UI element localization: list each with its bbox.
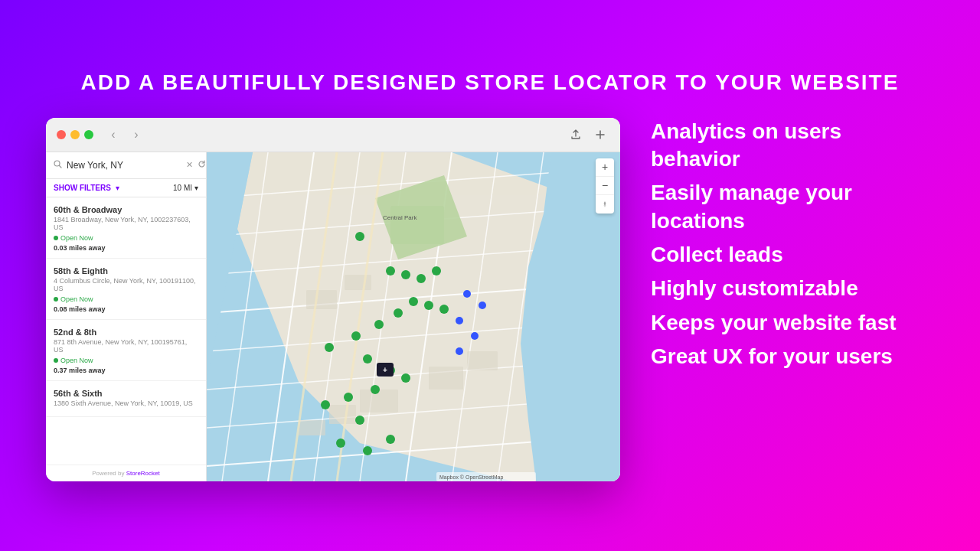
- browser-nav: ‹ ›: [104, 126, 145, 144]
- list-item[interactable]: 58th & Eighth 4 Columbus Circle, New Yor…: [46, 259, 206, 320]
- svg-point-55: [479, 302, 486, 309]
- list-item[interactable]: 52nd & 8th 871 8th Avenue, New York, NY,…: [46, 320, 206, 381]
- content-area: ‹ ›: [46, 118, 934, 481]
- svg-text:Central Park: Central Park: [383, 214, 417, 221]
- svg-point-53: [386, 435, 395, 444]
- share-icon[interactable]: [567, 126, 585, 144]
- svg-point-34: [401, 270, 410, 279]
- back-arrow[interactable]: ‹: [104, 126, 122, 144]
- feature-fast: Keeps your website fast: [651, 309, 934, 337]
- filter-label: SHOW FILTERS: [54, 184, 111, 192]
- svg-point-52: [363, 446, 372, 455]
- location-name: 52nd & 8th: [54, 328, 198, 337]
- svg-point-58: [456, 347, 463, 355]
- distance-select[interactable]: 10 MI ▾: [173, 184, 198, 192]
- status-dot: [54, 236, 58, 240]
- map-compass-icon[interactable]: [596, 195, 614, 214]
- svg-point-39: [439, 305, 449, 314]
- svg-rect-26: [467, 351, 498, 370]
- svg-rect-20: [390, 206, 444, 244]
- location-distance: 0.08 miles away: [54, 305, 198, 313]
- search-bar: ✕: [46, 152, 206, 179]
- location-address: 871 8th Avenue, New York, NY, 100195761,…: [54, 338, 198, 354]
- search-refresh-icon[interactable]: [198, 160, 206, 171]
- location-status: Open Now: [54, 357, 198, 364]
- svg-rect-24: [345, 275, 371, 290]
- map-canvas: + Central Park Mapbox © OpenStreetMap: [207, 152, 620, 481]
- svg-point-46: [401, 373, 410, 383]
- svg-point-42: [351, 331, 361, 341]
- svg-rect-23: [306, 290, 337, 309]
- filter-bar[interactable]: SHOW FILTERS ▾ 10 MI ▾: [46, 179, 206, 197]
- zoom-in-button[interactable]: +: [596, 158, 614, 177]
- svg-rect-28: [329, 405, 356, 424]
- svg-point-48: [344, 393, 353, 402]
- location-address: 1380 Sixth Avenue, New York, NY, 10019, …: [54, 399, 198, 407]
- locator-sidebar: ✕ SHOW FILTERS ▾ 10 MI ▾: [46, 152, 207, 481]
- svg-point-57: [471, 332, 479, 340]
- svg-text:Mapbox © OpenStreetMap: Mapbox © OpenStreetMap: [439, 474, 503, 481]
- location-distance: 0.03 miles away: [54, 244, 198, 252]
- status-dot: [54, 358, 58, 363]
- feature-analytics: Analytics on users behavior: [651, 118, 934, 174]
- location-address: 1841 Broadway, New York, NY, 1002237603,…: [54, 216, 198, 231]
- svg-point-56: [456, 317, 463, 324]
- svg-rect-25: [429, 367, 463, 390]
- forward-arrow[interactable]: ›: [127, 126, 145, 144]
- powered-by-text: Powered by: [92, 470, 124, 477]
- search-clear-icon[interactable]: ✕: [186, 160, 193, 170]
- list-item[interactable]: 56th & Sixth 1380 Sixth Avenue, New York…: [46, 381, 206, 417]
- status-text: Open Now: [60, 295, 93, 303]
- locator-body: ✕ SHOW FILTERS ▾ 10 MI ▾: [46, 152, 620, 481]
- svg-point-35: [416, 274, 426, 283]
- browser-chrome: ‹ ›: [46, 118, 620, 152]
- svg-point-41: [374, 320, 384, 329]
- map-area[interactable]: + Central Park Mapbox © OpenStreetMap + …: [207, 152, 620, 481]
- feature-ux: Great UX for your users: [651, 343, 934, 370]
- feature-customizable: Highly customizable: [651, 275, 934, 302]
- svg-text:+: +: [383, 366, 387, 374]
- browser-dots: [57, 130, 93, 139]
- svg-point-44: [363, 354, 372, 364]
- feature-manage-locations: Easily manage your locations: [651, 179, 934, 235]
- location-status: Open Now: [54, 295, 198, 303]
- distance-value: 10 MI: [173, 184, 192, 192]
- distance-chevron-icon: ▾: [194, 184, 198, 192]
- location-name: 56th & Sixth: [54, 389, 198, 398]
- svg-point-49: [321, 400, 330, 409]
- svg-point-33: [386, 266, 395, 276]
- locations-list: 60th & Broadway 1841 Broadway, New York,…: [46, 197, 206, 465]
- svg-point-50: [355, 416, 364, 425]
- map-controls: + −: [596, 158, 614, 214]
- search-input[interactable]: [67, 160, 181, 171]
- svg-point-51: [336, 439, 345, 448]
- svg-point-40: [394, 308, 403, 318]
- status-text: Open Now: [60, 357, 93, 364]
- svg-point-38: [424, 301, 433, 310]
- zoom-out-button[interactable]: −: [596, 177, 614, 195]
- svg-rect-27: [360, 390, 398, 412]
- list-item[interactable]: 60th & Broadway 1841 Broadway, New York,…: [46, 197, 206, 259]
- svg-point-43: [325, 343, 334, 352]
- status-text: Open Now: [60, 234, 93, 242]
- location-status: Open Now: [54, 234, 198, 242]
- dot-red[interactable]: [57, 130, 66, 139]
- page-title: ADD A BEAUTIFULLY DESIGNED STORE LOCATOR…: [81, 70, 900, 95]
- powered-by: Powered by StoreRocket: [46, 465, 206, 481]
- svg-rect-29: [299, 420, 325, 435]
- browser-window: ‹ ›: [46, 118, 620, 481]
- filter-chevron-icon: ▾: [116, 184, 119, 192]
- dot-yellow[interactable]: [70, 130, 80, 139]
- svg-point-54: [463, 290, 471, 298]
- powered-brand[interactable]: StoreRocket: [126, 470, 160, 477]
- svg-point-0: [54, 161, 60, 166]
- dot-green[interactable]: [84, 130, 93, 139]
- svg-point-64: [604, 204, 606, 205]
- browser-actions: [567, 126, 609, 144]
- svg-point-32: [355, 232, 364, 241]
- svg-point-37: [409, 297, 418, 306]
- location-address: 4 Columbus Circle, New York, NY, 1001911…: [54, 277, 198, 292]
- location-name: 58th & Eighth: [54, 266, 198, 276]
- add-tab-icon[interactable]: [591, 126, 609, 144]
- features-list: Analytics on users behavior Easily manag…: [651, 118, 934, 371]
